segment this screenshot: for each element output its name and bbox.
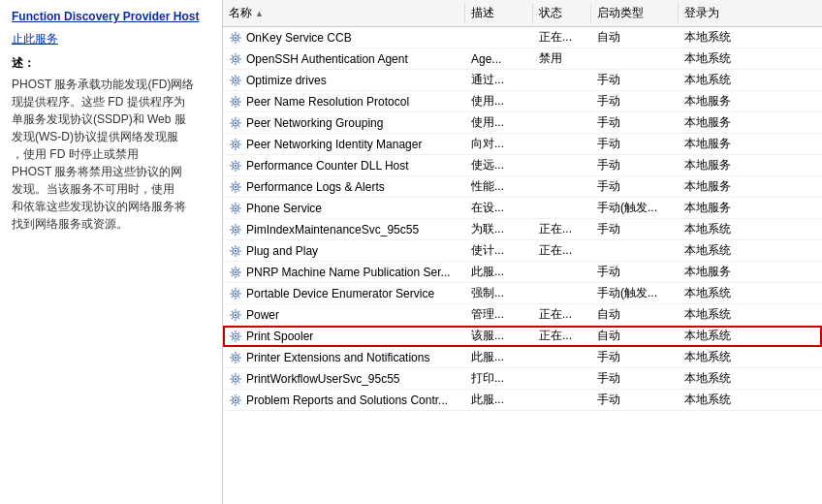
col-name[interactable]: 名称 ▲ (223, 3, 465, 23)
service-icon (229, 244, 242, 258)
col-desc[interactable]: 描述 (465, 3, 533, 23)
table-row[interactable]: Plug and Play 使计... 正在... 本地系统 (223, 240, 822, 262)
cell-name: Peer Networking Grouping (223, 112, 465, 133)
cell-desc: 此服... (465, 390, 533, 410)
svg-point-15 (235, 185, 237, 187)
table-row[interactable]: Power 管理... 正在... 自动 本地系统 (223, 304, 822, 326)
cell-startup: 手动 (591, 91, 679, 111)
table-row[interactable]: OpenSSH Authentication Agent Age... 禁用 本… (223, 48, 822, 70)
table-row[interactable]: PNRP Machine Name Publication Ser... 此服.… (223, 262, 822, 283)
table-row[interactable]: Peer Networking Grouping 使用... 手动 本地服务 (223, 112, 822, 134)
cell-state (533, 91, 591, 111)
cell-name: PimIndexMaintenanceSvc_95c55 (223, 219, 465, 239)
cell-name: PrintWorkflowUserSvc_95c55 (223, 368, 465, 389)
svg-point-23 (235, 270, 237, 272)
svg-point-5 (235, 79, 237, 80)
service-name: PrintWorkflowUserSvc_95c55 (246, 372, 400, 386)
table-body: OnKey Service CCB 正在... 自动 本地系统 OpenSSH … (223, 27, 822, 504)
cell-login: 本地服务 (679, 262, 756, 282)
cell-startup: 手动(触发... (591, 283, 679, 303)
left-panel: Function Discovery Provider Host 止此服务 述：… (0, 0, 223, 504)
service-icon (229, 138, 242, 151)
cell-desc: 管理... (465, 304, 533, 325)
cell-login: 本地系统 (679, 48, 756, 69)
cell-startup: 自动 (591, 27, 679, 47)
cell-startup: 手动 (591, 112, 679, 133)
service-name: Print Spooler (246, 330, 313, 343)
table-row[interactable]: Print Spooler 该服... 正在... 自动 本地系统 (223, 326, 822, 347)
cell-state: 正在... (533, 304, 591, 325)
cell-name: Plug and Play (223, 240, 465, 261)
cell-state (533, 262, 591, 282)
svg-point-9 (235, 121, 237, 123)
cell-name: Portable Device Enumerator Service (223, 283, 465, 303)
table-row[interactable]: PrintWorkflowUserSvc_95c55 打印... 手动 本地系统 (223, 368, 822, 390)
service-icon (229, 74, 242, 87)
service-icon (229, 330, 242, 343)
table-row[interactable]: Problem Reports and Solutions Contr... 此… (223, 390, 822, 411)
cell-startup: 手动 (591, 262, 679, 282)
svg-point-35 (235, 398, 237, 400)
service-icon (229, 180, 242, 194)
col-startup[interactable]: 启动类型 (591, 3, 679, 23)
col-login[interactable]: 登录为 (679, 3, 756, 23)
cell-state (533, 368, 591, 389)
table-row[interactable]: Performance Counter DLL Host 使远... 手动 本地… (223, 155, 822, 176)
cell-login: 本地系统 (679, 70, 756, 90)
cell-state (533, 176, 591, 197)
service-name: Printer Extensions and Notifications (246, 351, 429, 364)
service-icon (229, 52, 242, 66)
service-icon (229, 351, 242, 364)
cell-name: Performance Counter DLL Host (223, 155, 465, 175)
service-icon (229, 287, 242, 300)
service-name: OnKey Service CCB (246, 31, 352, 45)
cell-startup: 手动 (591, 347, 679, 367)
svg-point-33 (235, 377, 237, 379)
cell-login: 本地服务 (679, 134, 756, 154)
table-row[interactable]: Printer Extensions and Notifications 此服.… (223, 347, 822, 368)
cell-state (533, 390, 591, 410)
cell-login: 本地系统 (679, 304, 756, 325)
table-row[interactable]: Performance Logs & Alerts 性能... 手动 本地服务 (223, 176, 822, 198)
cell-startup: 手动 (591, 368, 679, 389)
table-row[interactable]: Peer Name Resolution Protocol 使用... 手动 本… (223, 91, 822, 112)
table-row[interactable]: Optimize drives 通过... 手动 本地系统 (223, 70, 822, 91)
table-row[interactable]: PimIndexMaintenanceSvc_95c55 为联... 正在...… (223, 219, 822, 240)
cell-desc: 使用... (465, 112, 533, 133)
cell-state: 正在... (533, 219, 591, 239)
cell-login: 本地服务 (679, 176, 756, 197)
table-row[interactable]: Phone Service 在设... 手动(触发... 本地服务 (223, 198, 822, 219)
svg-point-27 (235, 313, 237, 315)
service-name: Optimize drives (246, 74, 327, 87)
cell-login: 本地系统 (679, 219, 756, 239)
col-state[interactable]: 状态 (533, 3, 591, 23)
cell-startup: 手动 (591, 70, 679, 90)
cell-login: 本地系统 (679, 390, 756, 410)
cell-state: 正在... (533, 240, 591, 261)
cell-state: 正在... (533, 27, 591, 47)
cell-login: 本地系统 (679, 240, 756, 261)
cell-name: Peer Name Resolution Protocol (223, 91, 465, 111)
cell-desc: 使计... (465, 240, 533, 261)
table-row[interactable]: OnKey Service CCB 正在... 自动 本地系统 (223, 27, 822, 48)
table-row[interactable]: Peer Networking Identity Manager 向对... 手… (223, 134, 822, 155)
cell-desc: 该服... (465, 326, 533, 346)
table-row[interactable]: Portable Device Enumerator Service 强制...… (223, 283, 822, 304)
service-name: Peer Name Resolution Protocol (246, 95, 409, 109)
service-icon (229, 372, 242, 386)
cell-startup: 手动 (591, 219, 679, 239)
svg-point-7 (235, 100, 237, 102)
service-icon (229, 308, 242, 322)
table-header: 名称 ▲ 描述 状态 启动类型 登录为 (223, 0, 822, 27)
svg-point-1 (235, 36, 237, 38)
cell-state: 正在... (533, 326, 591, 346)
stop-service-link[interactable]: 止此服务 (12, 31, 210, 47)
service-icon (229, 159, 242, 173)
cell-desc: 使用... (465, 91, 533, 111)
cell-startup (591, 240, 679, 261)
service-icon (229, 95, 242, 109)
cell-startup: 自动 (591, 326, 679, 346)
service-icon (229, 31, 242, 45)
service-title[interactable]: Function Discovery Provider Host (12, 10, 210, 25)
service-name: Problem Reports and Solutions Contr... (246, 394, 448, 407)
